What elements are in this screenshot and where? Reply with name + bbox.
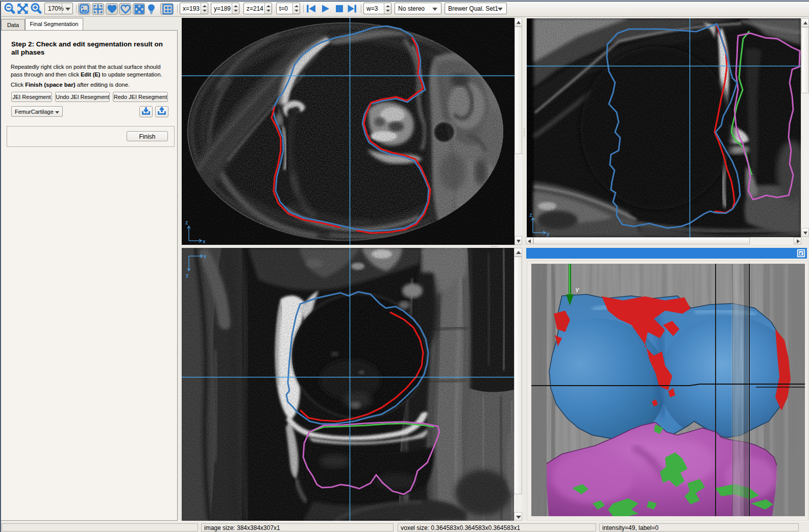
svg-text:y: y [547, 231, 550, 237]
svg-text:x: x [203, 238, 206, 244]
svg-text:y: y [186, 272, 189, 278]
svg-text:z: z [185, 219, 188, 225]
svg-text:z: z [529, 212, 532, 218]
svg-text:x: x [204, 253, 207, 259]
